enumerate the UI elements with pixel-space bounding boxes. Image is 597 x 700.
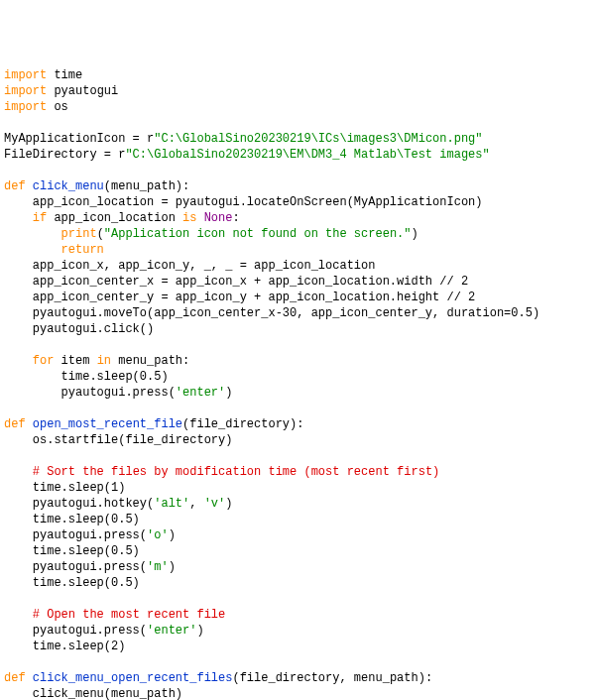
code-token: ( xyxy=(97,227,104,241)
code-token xyxy=(196,211,203,225)
code-token xyxy=(4,608,33,622)
code-token: def xyxy=(4,671,26,685)
code-token: , xyxy=(189,497,203,511)
code-line: app_icon_x, app_icon_y, _, _ = app_icon_… xyxy=(4,258,593,274)
code-line: pyautogui.press('enter') xyxy=(4,385,593,401)
code-token: click_menu_open_recent_files xyxy=(33,671,233,685)
code-token: 'alt' xyxy=(154,497,189,511)
code-token: time.sleep(2) xyxy=(4,640,125,653)
code-token: in xyxy=(97,354,111,368)
code-token: ) xyxy=(169,560,176,574)
code-token: ) xyxy=(196,624,203,638)
code-line: import pyautogui xyxy=(4,83,593,99)
code-token: app_icon_center_y = app_icon_y + app_ico… xyxy=(4,291,475,304)
code-token: # Sort the files by modification time (m… xyxy=(33,465,439,479)
code-line: print("Application icon not found on the… xyxy=(4,226,593,242)
code-token: : xyxy=(232,211,239,225)
code-token: pyautogui.moveTo(app_icon_center_x-30, a… xyxy=(4,306,539,320)
code-line: time.sleep(0.5) xyxy=(4,369,593,385)
code-line: app_icon_location = pyautogui.locateOnSc… xyxy=(4,194,593,210)
code-line: import time xyxy=(4,67,593,83)
code-line xyxy=(4,115,593,131)
code-token xyxy=(26,671,33,685)
code-token: pyautogui.hotkey( xyxy=(4,497,154,511)
code-line xyxy=(4,448,593,464)
code-token: # Open the most recent file xyxy=(33,608,225,622)
code-token: "Application icon not found on the scree… xyxy=(104,227,412,241)
code-token: time.sleep(1) xyxy=(4,481,125,495)
code-line: time.sleep(0.5) xyxy=(4,543,593,559)
code-token: "C:\GlobalSino20230219\ICs\images3\DMico… xyxy=(154,132,482,146)
code-line: def click_menu(menu_path): xyxy=(4,178,593,194)
code-token xyxy=(4,243,61,257)
code-token: if xyxy=(33,211,47,225)
code-line: time.sleep(2) xyxy=(4,639,593,654)
code-line: for item in menu_path: xyxy=(4,353,593,369)
code-token xyxy=(4,465,33,479)
code-token: pyautogui.press( xyxy=(4,624,147,638)
code-token: time.sleep(0.5) xyxy=(4,513,140,526)
code-line: MyApplicationIcon = r"C:\GlobalSino20230… xyxy=(4,131,593,147)
code-line: pyautogui.moveTo(app_icon_center_x-30, a… xyxy=(4,305,593,321)
code-token: pyautogui.press( xyxy=(4,560,147,574)
code-line: app_icon_center_y = app_icon_y + app_ico… xyxy=(4,290,593,305)
code-token: ) xyxy=(225,497,232,511)
code-token: app_icon_x, app_icon_y, _, _ = app_icon_… xyxy=(4,259,375,273)
code-token: 'm' xyxy=(147,560,169,574)
code-line: pyautogui.press('o') xyxy=(4,527,593,543)
code-token: 'enter' xyxy=(147,624,196,638)
code-line xyxy=(4,654,593,670)
code-token: 'v' xyxy=(204,497,226,511)
code-token xyxy=(4,211,33,225)
code-token: time.sleep(0.5) xyxy=(4,544,140,558)
code-token xyxy=(4,227,61,241)
code-token: (file_directory): xyxy=(182,417,303,431)
code-line: def open_most_recent_file(file_directory… xyxy=(4,416,593,432)
code-token: 'o' xyxy=(147,528,169,542)
code-token: None xyxy=(204,211,233,225)
code-token xyxy=(26,179,33,193)
code-token: os.startfile(file_directory) xyxy=(4,433,232,447)
code-token: ) xyxy=(225,386,232,400)
code-token: pyautogui xyxy=(47,84,118,98)
code-line: time.sleep(0.5) xyxy=(4,575,593,591)
code-line: pyautogui.click() xyxy=(4,321,593,337)
code-line: time.sleep(1) xyxy=(4,480,593,496)
code-line: pyautogui.hotkey('alt', 'v') xyxy=(4,496,593,512)
code-token: MyApplicationIcon = r xyxy=(4,132,154,146)
code-token: (menu_path): xyxy=(104,179,189,193)
code-token: ) xyxy=(411,227,418,241)
code-token: click_menu xyxy=(33,179,104,193)
code-line: # Open the most recent file xyxy=(4,607,593,623)
code-token: def xyxy=(4,417,26,431)
code-line: pyautogui.press('enter') xyxy=(4,623,593,639)
code-token: menu_path: xyxy=(111,354,189,368)
code-token: def xyxy=(4,179,26,193)
code-token: time xyxy=(47,68,82,82)
code-token: (file_directory, menu_path): xyxy=(232,671,432,685)
code-line: # Sort the files by modification time (m… xyxy=(4,464,593,480)
code-token: os xyxy=(47,100,68,114)
code-token: return xyxy=(61,243,104,257)
code-line: return xyxy=(4,242,593,258)
code-token: app_icon_location = pyautogui.locateOnSc… xyxy=(4,195,482,209)
code-line: import os xyxy=(4,99,593,115)
code-line: if app_icon_location is None: xyxy=(4,210,593,226)
code-token: app_icon_center_x = app_icon_x + app_ico… xyxy=(4,275,468,289)
code-line: app_icon_center_x = app_icon_x + app_ico… xyxy=(4,274,593,290)
code-token: pyautogui.press( xyxy=(4,386,176,400)
code-token: pyautogui.press( xyxy=(4,528,147,542)
code-token: import xyxy=(4,84,47,98)
code-token: "C:\GlobalSino20230219\EM\DM3_4 Matlab\T… xyxy=(125,148,489,162)
code-line: pyautogui.press('m') xyxy=(4,559,593,575)
code-token: FileDirectory = r xyxy=(4,148,125,162)
code-token: open_most_recent_file xyxy=(33,417,182,431)
python-code-block: import timeimport pyautoguiimport os MyA… xyxy=(4,67,593,700)
code-token: ) xyxy=(169,528,176,542)
code-token: click_menu(menu_path) xyxy=(4,687,182,700)
code-token: time.sleep(0.5) xyxy=(4,576,140,590)
code-token: time.sleep(0.5) xyxy=(4,370,169,384)
code-line xyxy=(4,163,593,178)
code-line: FileDirectory = r"C:\GlobalSino20230219\… xyxy=(4,147,593,163)
code-token: app_icon_location xyxy=(47,211,182,225)
